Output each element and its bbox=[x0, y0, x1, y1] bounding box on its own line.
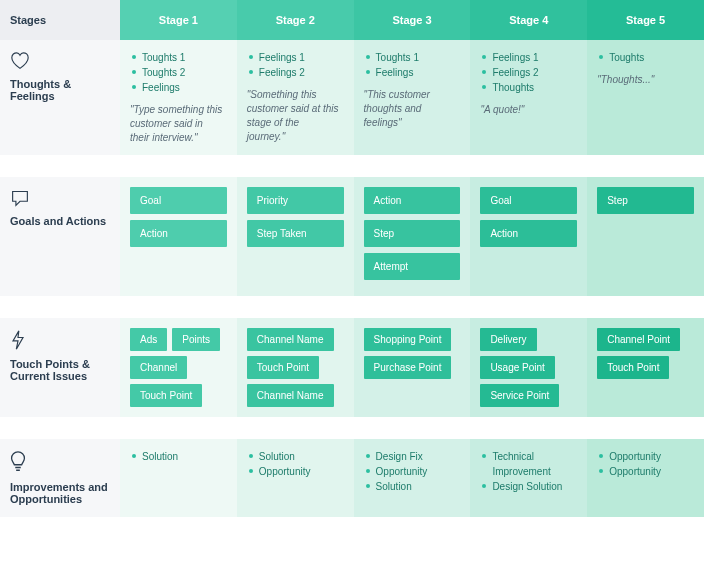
list-item: Feelings 2 bbox=[249, 65, 344, 80]
row-touch-head: Touch Points & Current Issues bbox=[0, 318, 120, 417]
touch-tag: Channel Name bbox=[247, 328, 334, 351]
list-item: Opportunity bbox=[599, 449, 694, 464]
improve-cell-2: Solution Opportunity bbox=[237, 439, 354, 517]
list-item: Technical Improvement bbox=[482, 449, 577, 479]
thoughts-cell-4: Feelings 1 Feelings 2 Thoughts "A quote!… bbox=[470, 40, 587, 155]
row-goals-label: Goals and Actions bbox=[10, 215, 110, 227]
touch-cell-3: Shopping Point Purchase Point bbox=[354, 318, 471, 417]
touch-tag: Channel Name bbox=[247, 384, 334, 407]
improve-cell-1: Solution bbox=[120, 439, 237, 517]
list-item: Toughts 1 bbox=[366, 50, 461, 65]
bullet-list: Solution Opportunity bbox=[249, 449, 344, 479]
improve-cell-3: Design Fix Opportunity Solution bbox=[354, 439, 471, 517]
bullet-list: Feelings 1 Feelings 2 Thoughts bbox=[482, 50, 577, 95]
bullet-list: Technical Improvement Design Solution bbox=[482, 449, 577, 494]
thoughts-cell-2: Feelings 1 Feelings 2 "Something this cu… bbox=[237, 40, 354, 155]
list-item: Toughts bbox=[599, 50, 694, 65]
touch-tag: Touch Point bbox=[130, 384, 202, 407]
touch-tag: Points bbox=[172, 328, 220, 351]
row-touch: Touch Points & Current Issues Ads Points… bbox=[0, 318, 704, 417]
bullet-list: Feelings 1 Feelings 2 bbox=[249, 50, 344, 80]
goal-card: Step bbox=[597, 187, 694, 214]
list-item: Thoughts bbox=[482, 80, 577, 95]
tag-group: Ads Points Channel Touch Point bbox=[130, 328, 227, 407]
improve-cell-5: Opportunity Opportunity bbox=[587, 439, 704, 517]
goal-card: Action bbox=[364, 187, 461, 214]
quote-text: "Thoughts..." bbox=[597, 73, 694, 87]
thoughts-cell-5: Toughts "Thoughts..." bbox=[587, 40, 704, 155]
goal-card: Goal bbox=[480, 187, 577, 214]
goals-cell-4: Goal Action bbox=[470, 177, 587, 296]
list-item: Feelings 1 bbox=[482, 50, 577, 65]
list-item: Opportunity bbox=[249, 464, 344, 479]
row-goals-head: Goals and Actions bbox=[0, 177, 120, 296]
list-item: Feelings bbox=[132, 80, 227, 95]
list-item: Opportunity bbox=[599, 464, 694, 479]
goals-cell-1: Goal Action bbox=[120, 177, 237, 296]
header-row: Stages Stage 1 Stage 2 Stage 3 Stage 4 S… bbox=[0, 0, 704, 40]
tag-group: Shopping Point Purchase Point bbox=[364, 328, 461, 379]
touch-tag: Delivery bbox=[480, 328, 536, 351]
goal-card: Goal bbox=[130, 187, 227, 214]
row-improve-label: Improvements and Opportunities bbox=[10, 481, 110, 505]
goals-cell-5: Step bbox=[587, 177, 704, 296]
touch-tag: Touch Point bbox=[247, 356, 319, 379]
touch-tag: Shopping Point bbox=[364, 328, 452, 351]
goal-card: Step Taken bbox=[247, 220, 344, 247]
row-touch-label: Touch Points & Current Issues bbox=[10, 358, 110, 382]
bolt-icon bbox=[10, 330, 110, 352]
improve-cell-4: Technical Improvement Design Solution bbox=[470, 439, 587, 517]
touch-tag: Service Point bbox=[480, 384, 559, 407]
thoughts-cell-1: Toughts 1 Toughts 2 Feelings "Type somet… bbox=[120, 40, 237, 155]
bullet-list: Toughts 1 Feelings bbox=[366, 50, 461, 80]
list-item: Toughts 1 bbox=[132, 50, 227, 65]
quote-text: "Something this customer said at this st… bbox=[247, 88, 344, 144]
quote-text: "This customer thoughts and feelings" bbox=[364, 88, 461, 130]
goal-card: Attempt bbox=[364, 253, 461, 280]
chat-icon bbox=[10, 189, 110, 209]
stage-header-2: Stage 2 bbox=[237, 0, 354, 40]
row-spacer bbox=[0, 417, 704, 439]
lightbulb-icon bbox=[10, 451, 110, 475]
list-item: Solution bbox=[366, 479, 461, 494]
list-item: Solution bbox=[132, 449, 227, 464]
goal-card: Step bbox=[364, 220, 461, 247]
journey-map: Stages Stage 1 Stage 2 Stage 3 Stage 4 S… bbox=[0, 0, 704, 517]
tag-group: Channel Name Touch Point Channel Name bbox=[247, 328, 344, 407]
quote-text: "Type something this customer said in th… bbox=[130, 103, 227, 145]
row-goals: Goals and Actions Goal Action Priority S… bbox=[0, 177, 704, 296]
list-item: Feelings 2 bbox=[482, 65, 577, 80]
stage-header-1: Stage 1 bbox=[120, 0, 237, 40]
stages-label-cell: Stages bbox=[0, 0, 120, 40]
touch-tag: Channel Point bbox=[597, 328, 680, 351]
heart-icon bbox=[10, 52, 110, 72]
list-item: Opportunity bbox=[366, 464, 461, 479]
list-item: Design Fix bbox=[366, 449, 461, 464]
row-spacer bbox=[0, 155, 704, 177]
bullet-list: Toughts bbox=[599, 50, 694, 65]
stage-header-3: Stage 3 bbox=[354, 0, 471, 40]
thoughts-cell-3: Toughts 1 Feelings "This customer though… bbox=[354, 40, 471, 155]
row-spacer bbox=[0, 296, 704, 318]
touch-cell-4: Delivery Usage Point Service Point bbox=[470, 318, 587, 417]
quote-text: "A quote!" bbox=[480, 103, 577, 117]
bullet-list: Design Fix Opportunity Solution bbox=[366, 449, 461, 494]
bullet-list: Solution bbox=[132, 449, 227, 464]
touch-cell-1: Ads Points Channel Touch Point bbox=[120, 318, 237, 417]
goal-card: Priority bbox=[247, 187, 344, 214]
stage-header-4: Stage 4 bbox=[470, 0, 587, 40]
stages-label: Stages bbox=[10, 14, 46, 26]
row-improve-head: Improvements and Opportunities bbox=[0, 439, 120, 517]
touch-tag: Channel bbox=[130, 356, 187, 379]
row-thoughts-head: Thoughts & Feelings bbox=[0, 40, 120, 155]
touch-tag: Touch Point bbox=[597, 356, 669, 379]
goal-card: Action bbox=[130, 220, 227, 247]
touch-tag: Purchase Point bbox=[364, 356, 452, 379]
touch-cell-2: Channel Name Touch Point Channel Name bbox=[237, 318, 354, 417]
list-item: Feelings 1 bbox=[249, 50, 344, 65]
list-item: Design Solution bbox=[482, 479, 577, 494]
tag-group: Channel Point Touch Point bbox=[597, 328, 694, 379]
stage-header-5: Stage 5 bbox=[587, 0, 704, 40]
row-improve: Improvements and Opportunities Solution … bbox=[0, 439, 704, 517]
goals-cell-3: Action Step Attempt bbox=[354, 177, 471, 296]
